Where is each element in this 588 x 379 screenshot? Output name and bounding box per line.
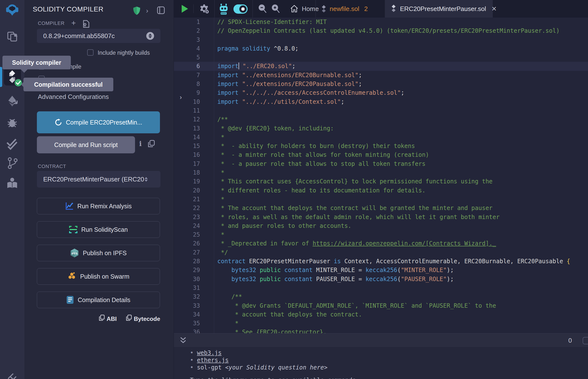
code-area[interactable]: 1// SPDX-License-Identifier: MIT2// Open… [174, 17, 588, 333]
script-config-gear-icon[interactable] [199, 4, 209, 15]
run-solidityscan-button[interactable]: Run SolidityScan [37, 221, 160, 238]
git-icon[interactable] [0, 157, 24, 170]
expand-terminal-icon[interactable] [180, 336, 186, 345]
line-number: 8 [174, 79, 214, 88]
debugger-icon[interactable] [0, 117, 24, 128]
tooltip-solidity-compiler: Solidity compiler [2, 56, 71, 69]
code-line: 9import "../../../access/AccessControlEn… [174, 88, 588, 97]
terminal-output[interactable]: •web3.js •ethers.js •sol-gpt <your Solid… [174, 347, 588, 379]
compile-and-run-button[interactable]: Compile and Run script [37, 136, 135, 153]
panel-layout-icon[interactable] [157, 6, 165, 15]
line-number: 4 [174, 44, 214, 53]
advanced-chevron-icon[interactable]: › [180, 94, 182, 101]
line-number: 29 [174, 266, 214, 274]
line-number: 24 [174, 221, 214, 230]
line-number: 36 [174, 328, 214, 333]
newfile-tab-badge: 2 [364, 5, 368, 13]
zoom-in-icon[interactable] [271, 4, 281, 15]
code-line: 34 * account that deploys the contract. [174, 310, 588, 319]
run-script-play-icon[interactable] [181, 4, 188, 14]
code-line: 16 * - a minter role that allows for tok… [174, 150, 588, 159]
publish-ipfs-button[interactable]: IPFS Publish on IPFS [37, 245, 160, 261]
code-line: 4pragma solidity ^0.8.0; [174, 44, 588, 53]
code-line: 14 * [174, 133, 588, 142]
line-number: 20 [174, 186, 214, 195]
code-line: 30 bytes32 public constant PAUSER_ROLE =… [174, 275, 588, 284]
code-line: 8import "../extensions/ERC20Pausable.sol… [174, 79, 588, 88]
line-number: 26 [174, 239, 214, 248]
terminal-solgpt: sol-gpt [197, 364, 225, 371]
tab-newfile[interactable]: newfile.sol 2 [315, 0, 385, 17]
chevron-right-icon[interactable]: › [146, 7, 148, 15]
contract-select-value: ERC20PresetMinterPauser (ERC20 [43, 175, 144, 183]
advanced-configurations[interactable]: Advanced Configurations [38, 93, 109, 101]
unit-testing-icon[interactable] [0, 138, 24, 150]
terminal-entry: •sol-gpt <your Solidity question here> [190, 364, 327, 371]
plugin-manager-icon[interactable] [0, 373, 24, 379]
code-line: 32 /** [174, 292, 588, 301]
remix-logo[interactable] [0, 3, 24, 16]
compile-button-label: Compile ERC20PresetMin... [66, 119, 142, 126]
code-line: 7import "../extensions/ERC20Burnable.sol… [174, 71, 588, 79]
terminal-bar[interactable]: 0 [174, 333, 588, 347]
panel-title: SOLIDITY COMPILER [33, 5, 104, 13]
copy-abi-button[interactable]: ABI [99, 315, 117, 322]
learneth-icon[interactable] [0, 177, 24, 190]
contract-section-label: CONTRACT [38, 164, 66, 169]
ai-toggle-on[interactable] [233, 4, 248, 14]
code-line: 19 * This contract uses {AccessControl} … [174, 177, 588, 186]
publish-swarm-button[interactable]: Publish on Swarm [37, 268, 160, 285]
line-number: 2 [174, 26, 214, 35]
tab-active-erc20[interactable]: ERC20PresetMinterPauser.sol ✕ [385, 0, 493, 17]
line-number: 30 [174, 275, 214, 284]
add-compiler-icon[interactable]: + [71, 18, 76, 28]
copy-bytecode-button[interactable]: Bytecode [126, 315, 160, 322]
run-remix-analysis-button[interactable]: Run Remix Analysis [37, 198, 160, 214]
line-number: 34 [174, 310, 214, 319]
compiler-version-select[interactable]: 0.8.29+commit.ab55807c [37, 29, 160, 43]
terminal-link-ethers[interactable]: ethers.js [197, 357, 229, 363]
action-label: Publish on IPFS [83, 250, 126, 257]
line-number: 18 [174, 168, 214, 177]
line-number: 1 [174, 17, 214, 26]
code-line: 36 * See {ERC20-constructor}. [174, 328, 588, 333]
compiler-config-icon[interactable] [82, 20, 89, 29]
compile-run-label: Compile and Run script [54, 142, 118, 148]
code-line: 15 * - ability for holders to burn (dest… [174, 142, 588, 150]
deploy-run-icon[interactable] [0, 95, 24, 107]
version-spinner-icon[interactable] [146, 32, 154, 40]
active-tab-label: ERC20PresetMinterPauser.sol [400, 5, 486, 13]
code-line: 20 * different roles - head to its docum… [174, 186, 588, 195]
compile-button[interactable]: Compile ERC20PresetMin... [37, 111, 160, 133]
refresh-icon [55, 119, 62, 126]
include-nightly-checkbox[interactable] [87, 49, 93, 56]
ai-assistant-robot-icon[interactable] [218, 3, 229, 16]
action-label: Run Remix Analysis [77, 203, 132, 210]
line-number: 25 [174, 230, 214, 239]
line-number: 3 [174, 35, 214, 44]
line-number: 23 [174, 213, 214, 221]
terminal-count-badge: 0 [569, 337, 572, 344]
copy-script-icon[interactable] [148, 140, 155, 148]
compilation-details-button[interactable]: Compilation Details [37, 292, 160, 308]
line-number: 33 [174, 301, 214, 310]
close-tab-icon[interactable]: ✕ [492, 5, 497, 13]
code-line: 33 * @dev Grants `DEFAULT_ADMIN_ROLE`, `… [174, 301, 588, 310]
code-line: 13 * @dev {ERC20} token, including: [174, 124, 588, 133]
line-number: 32 [174, 292, 214, 301]
action-label: Compilation Details [78, 297, 130, 303]
file-explorer-icon[interactable] [0, 31, 24, 43]
terminal-footer: Type the library name to see available c… [190, 377, 359, 379]
zoom-out-icon[interactable] [258, 4, 268, 15]
shield-icon[interactable] [133, 6, 141, 16]
terminal-pill-partial[interactable] [583, 337, 588, 344]
scan-frame-icon [69, 225, 77, 234]
line-number: 14 [174, 133, 214, 142]
line-number: 35 [174, 319, 214, 328]
info-icon[interactable]: i [139, 140, 142, 147]
contract-select[interactable]: ERC20PresetMinterPauser (ERC20 [37, 171, 160, 188]
code-line: 24 * and pauser roles to other accounts. [174, 221, 588, 230]
line-number: 16 [174, 150, 214, 159]
line-number: 13 [174, 124, 214, 133]
terminal-link-web3[interactable]: web3.js [197, 349, 221, 356]
